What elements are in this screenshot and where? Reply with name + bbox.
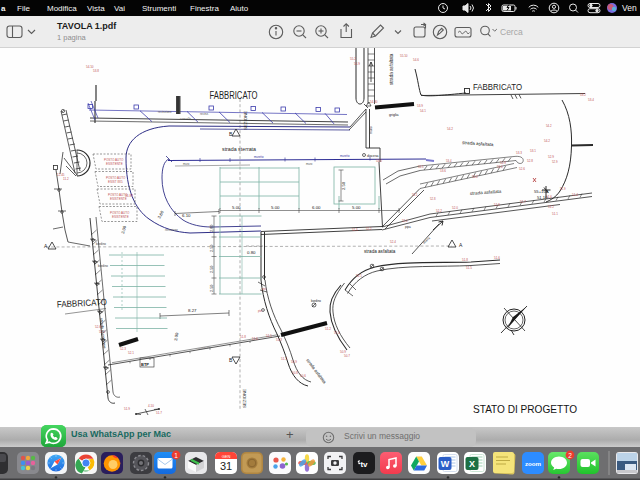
svg-text:54.2: 54.2 [546,124,552,128]
svg-text:pipa: pipa [405,225,411,229]
svg-text:51.2: 51.2 [325,327,331,331]
svg-text:53.1: 53.1 [530,149,536,153]
svg-text:FABBRICATO: FABBRICATO [473,82,522,92]
svg-text:54.6: 54.6 [413,58,419,62]
svg-text:8.27: 8.27 [188,308,197,313]
svg-text:muretto: muretto [340,154,350,158]
svg-text:5.00: 5.00 [271,205,280,210]
svg-text:recinzione: recinzione [198,345,212,351]
svg-text:6.10: 6.10 [182,213,191,218]
svg-text:ESISTENTE: ESISTENTE [112,215,129,219]
svg-text:53.9: 53.9 [417,104,423,108]
svg-text:51.8: 51.8 [462,258,468,262]
svg-text:strada sterrata: strada sterrata [222,146,257,152]
svg-text:51.2: 51.2 [548,205,554,209]
svg-text:52.3: 52.3 [352,228,358,232]
svg-text:2.50: 2.50 [210,285,214,292]
svg-text:pto: pto [262,287,266,291]
svg-text:bordino: bordino [311,299,321,303]
svg-text:51.8: 51.8 [240,335,246,339]
svg-text:53.8: 53.8 [93,69,99,73]
svg-text:GEN: GEN [222,454,231,459]
svg-text:52.2: 52.2 [366,227,372,231]
svg-text:muro: muro [369,126,373,134]
svg-text:51.5: 51.5 [266,334,272,338]
svg-text:2.50: 2.50 [341,181,346,190]
svg-text:strada asfaltata: strada asfaltata [462,140,494,147]
svg-text:51.6: 51.6 [494,256,500,260]
svg-text:54.30: 54.30 [370,100,378,104]
svg-text:discesa: discesa [367,154,379,158]
svg-text:53.2: 53.2 [472,175,478,179]
svg-text:52.1: 52.1 [128,351,134,355]
svg-text:50.7: 50.7 [344,354,350,358]
svg-text:tv: tv [360,460,368,469]
svg-text:51.1: 51.1 [552,212,558,216]
svg-text:2: 2 [568,452,572,459]
svg-text:FABBRICATO: FABBRICATO [57,297,107,310]
svg-text:55.2: 55.2 [350,57,356,61]
svg-text:A: A [459,242,463,248]
svg-text:sbarra: sbarra [422,236,431,245]
svg-text:3.60: 3.60 [156,209,165,219]
svg-text:A: A [44,243,48,249]
svg-text:52.2: 52.2 [436,209,442,213]
svg-text:51.6: 51.6 [252,337,258,341]
svg-text:cancello: cancello [180,117,191,121]
svg-text:54.1: 54.1 [420,109,426,113]
svg-text:STATO DI PROGETTO: STATO DI PROGETTO [473,403,577,415]
svg-text:52.8: 52.8 [527,159,533,163]
svg-text:50.9: 50.9 [291,360,297,364]
svg-text:3.00: 3.00 [173,332,179,342]
svg-text:4.10: 4.10 [148,404,154,408]
svg-text:Ven: Ven [622,3,637,13]
svg-text:griglia: griglia [389,113,399,117]
svg-text:BTP: BTP [141,362,149,367]
svg-text:53.4: 53.4 [446,159,452,163]
svg-text:53.5: 53.5 [418,165,424,169]
svg-text:1: 1 [174,452,178,459]
svg-text:recinzione: recinzione [158,110,172,114]
svg-text:strada asfaltata: strada asfaltata [364,249,396,254]
svg-text:51.5: 51.5 [466,266,472,270]
svg-text:zoom: zoom [525,460,542,467]
svg-text:recinz.: recinz. [200,112,209,116]
svg-text:51.9: 51.9 [494,203,500,207]
svg-text:53.3: 53.3 [516,151,522,155]
svg-text:2.80: 2.80 [210,225,214,232]
svg-text:5.00: 5.00 [352,205,361,210]
svg-text:52.9: 52.9 [552,160,558,164]
svg-text:51.9: 51.9 [124,407,130,411]
svg-text:51.0: 51.0 [334,331,340,335]
svg-text:53.6: 53.6 [440,169,446,173]
svg-text:51.1: 51.1 [281,357,287,361]
svg-text:52.0: 52.0 [452,206,458,210]
svg-text:54.2: 54.2 [544,139,550,143]
svg-text:50.6: 50.6 [300,374,306,378]
svg-text:51.3: 51.3 [276,338,282,342]
svg-text:strada asfaltata: strada asfaltata [389,53,394,85]
svg-text:51.7: 51.7 [156,411,162,415]
svg-text:2.50: 2.50 [210,266,214,273]
svg-text:52.8: 52.8 [430,197,436,201]
svg-text:52.1: 52.1 [356,274,362,278]
svg-text:31: 31 [220,460,232,472]
svg-text:54.2: 54.2 [447,127,453,131]
svg-text:5.00: 5.00 [232,205,241,210]
svg-text:53.1: 53.1 [412,193,418,197]
svg-text:54.0: 54.0 [376,159,382,163]
svg-text:bordino: bordino [98,264,108,268]
svg-text:11.2: 11.2 [63,177,69,181]
svg-text:muro: muro [183,162,190,166]
svg-text:55.10: 55.10 [400,54,408,58]
svg-text:53.2: 53.2 [580,93,586,97]
svg-text:52.4: 52.4 [390,240,396,244]
svg-text:52.9: 52.9 [548,155,554,159]
svg-text:SEZIONE: SEZIONE [242,389,247,408]
svg-text:SEZIONE: SEZIONE [243,111,248,130]
svg-text:muro: muro [306,162,313,166]
svg-text:51.9: 51.9 [560,187,566,191]
svg-text:3.00: 3.00 [120,224,127,234]
svg-text:55+10A: 55+10A [534,189,549,194]
svg-text:bordino: bordino [96,242,106,246]
